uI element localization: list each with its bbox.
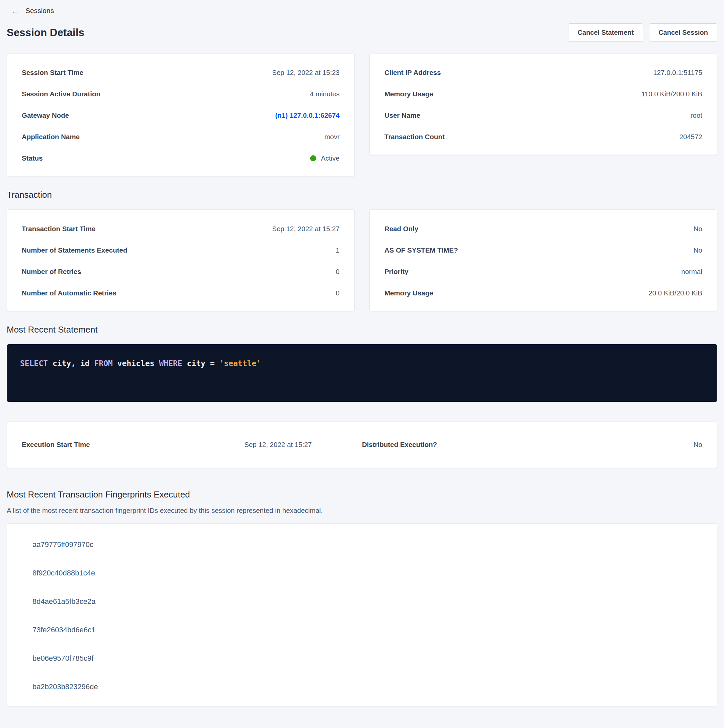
field-value: movr [324, 132, 340, 142]
field-value: 127.0.0.1:51175 [653, 67, 702, 78]
fingerprint-item: ba2b203b823296de [32, 682, 702, 692]
field-value: 0 [336, 267, 340, 277]
transaction-left-card: Transaction Start Time Sep 12, 2022 at 1… [7, 210, 355, 311]
sql-statement-text: SELECT city, id FROM vehicles WHERE city… [20, 359, 261, 368]
sql-keyword: FROM [94, 359, 113, 368]
field-label: Number of Statements Executed [22, 245, 127, 255]
field-label: Transaction Count [384, 132, 445, 142]
fingerprint-list: aa79775ff097970c 8f920c40d88b1c4e 8d4ae6… [22, 540, 702, 692]
statement-section-heading: Most Recent Statement [7, 324, 717, 335]
session-start-time-row: Session Start Time Sep 12, 2022 at 15:23 [22, 67, 340, 78]
statements-executed-row: Number of Statements Executed 1 [22, 245, 340, 255]
field-label: Transaction Start Time [22, 224, 96, 234]
field-label: Distributed Execution? [362, 440, 437, 450]
field-value: No [693, 245, 702, 255]
session-details-page: ← Sessions Session Details Cancel Statem… [0, 0, 724, 706]
sql-keyword: SELECT [20, 359, 48, 368]
execution-card: Execution Start Time Sep 12, 2022 at 15:… [7, 421, 717, 468]
field-label: User Name [384, 110, 420, 121]
client-card: Client IP Address 127.0.0.1:51175 Memory… [369, 53, 717, 155]
fingerprints-card: aa79775ff097970c 8f920c40d88b1c4e 8d4ae6… [7, 523, 717, 706]
field-value: 204572 [680, 132, 702, 142]
sql-statement-box: SELECT city, id FROM vehicles WHERE city… [7, 344, 717, 402]
field-label: Session Start Time [22, 67, 83, 78]
cancel-statement-button[interactable]: Cancel Statement [568, 23, 643, 42]
back-arrow-icon: ← [11, 7, 19, 15]
field-value: normal [681, 267, 702, 277]
field-value: Sep 12, 2022 at 15:27 [244, 440, 312, 450]
transaction-count-row: Transaction Count 204572 [384, 132, 702, 142]
status-badge: Active [321, 153, 340, 163]
fingerprint-item: be06e9570f785c9f [32, 653, 702, 664]
field-label: Memory Usage [384, 89, 433, 99]
transaction-summary-row: Transaction Start Time Sep 12, 2022 at 1… [7, 210, 717, 311]
page-title: Session Details [7, 27, 84, 39]
field-value: 110.0 KiB/200.0 KiB [641, 89, 702, 99]
fingerprint-item: 73fe26034bd6e6c1 [32, 625, 702, 635]
field-value: Sep 12, 2022 at 15:23 [272, 67, 340, 78]
field-label: Application Name [22, 132, 80, 142]
field-value: 4 minutes [310, 89, 340, 99]
session-card: Session Start Time Sep 12, 2022 at 15:23… [7, 53, 355, 176]
back-link-label: Sessions [25, 7, 54, 15]
field-value: root [690, 110, 702, 121]
distributed-execution-col: Distributed Execution? No [362, 440, 702, 450]
field-label: Read Only [384, 224, 418, 234]
retries-row: Number of Retries 0 [22, 267, 340, 277]
field-value: Sep 12, 2022 at 15:27 [272, 224, 340, 234]
fingerprint-item: aa79775ff097970c [32, 540, 702, 550]
fingerprints-section-heading: Most Recent Transaction Fingerprints Exe… [7, 489, 717, 500]
transaction-section-heading: Transaction [7, 190, 717, 200]
fingerprint-item: 8d4ae61a5fb3ce2a [32, 596, 702, 607]
user-name-row: User Name root [384, 110, 702, 121]
gateway-node-row: Gateway Node (n1) 127.0.0.1:62674 [22, 110, 340, 121]
as-of-system-time-row: AS OF SYSTEM TIME? No [384, 245, 702, 255]
session-summary-row: Session Start Time Sep 12, 2022 at 15:23… [7, 53, 717, 176]
field-label: Memory Usage [384, 288, 433, 298]
status-row: Status Active [22, 153, 340, 163]
status-active-dot-icon [310, 155, 316, 161]
gateway-node-link[interactable]: (n1) 127.0.0.1:62674 [275, 110, 340, 121]
fingerprint-item: 8f920c40d88b1c4e [32, 568, 702, 578]
field-label: Gateway Node [22, 110, 69, 121]
cancel-session-button[interactable]: Cancel Session [649, 23, 717, 42]
sql-text: vehicles [113, 359, 159, 368]
field-label: Execution Start Time [22, 440, 90, 450]
field-label: AS OF SYSTEM TIME? [384, 245, 458, 255]
sql-string-literal: 'seattle' [219, 359, 261, 368]
field-value: No [693, 440, 702, 450]
field-value: No [693, 224, 702, 234]
field-label: Number of Automatic Retries [22, 288, 116, 298]
application-name-row: Application Name movr [22, 132, 340, 142]
execution-start-time-col: Execution Start Time Sep 12, 2022 at 15:… [22, 440, 362, 450]
transaction-start-time-row: Transaction Start Time Sep 12, 2022 at 1… [22, 224, 340, 234]
automatic-retries-row: Number of Automatic Retries 0 [22, 288, 340, 298]
session-active-duration-row: Session Active Duration 4 minutes [22, 89, 340, 99]
field-label: Client IP Address [384, 67, 441, 78]
sql-keyword: WHERE [159, 359, 182, 368]
field-label: Number of Retries [22, 267, 81, 277]
field-label: Priority [384, 267, 409, 277]
status-value: Active [310, 153, 340, 163]
memory-usage-row: Memory Usage 110.0 KiB/200.0 KiB [384, 89, 702, 99]
fingerprints-description: A list of the most recent transaction fi… [7, 506, 717, 515]
read-only-row: Read Only No [384, 224, 702, 234]
field-label: Status [22, 153, 43, 163]
txn-memory-usage-row: Memory Usage 20.0 KiB/20.0 KiB [384, 288, 702, 298]
field-value: 20.0 KiB/20.0 KiB [648, 288, 702, 298]
back-to-sessions-link[interactable]: ← Sessions [7, 3, 58, 18]
field-value: 0 [336, 288, 340, 298]
field-label: Session Active Duration [22, 89, 100, 99]
sql-text: city = [182, 359, 219, 368]
priority-row: Priority normal [384, 267, 702, 277]
transaction-right-card: Read Only No AS OF SYSTEM TIME? No Prior… [369, 210, 717, 311]
field-value: 1 [336, 245, 340, 255]
action-buttons: Cancel Statement Cancel Session [568, 23, 717, 42]
title-row: Session Details Cancel Statement Cancel … [7, 23, 717, 42]
client-ip-row: Client IP Address 127.0.0.1:51175 [384, 67, 702, 78]
sql-text: city, id [48, 359, 94, 368]
